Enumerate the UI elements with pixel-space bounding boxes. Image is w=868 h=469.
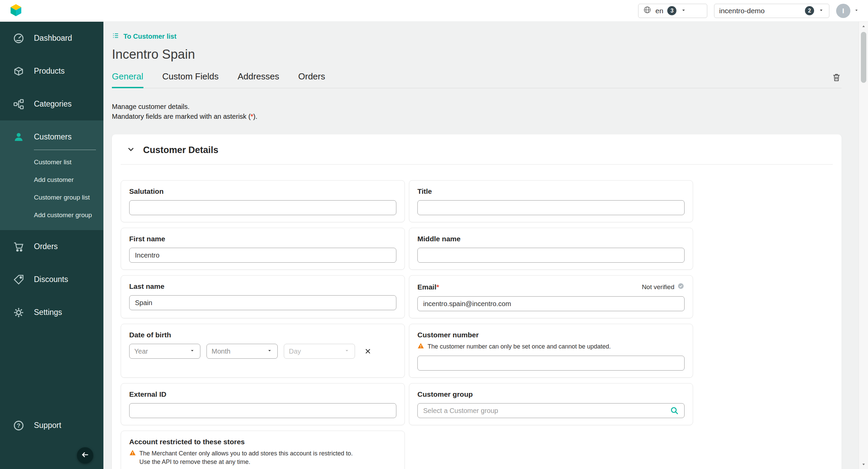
user-menu[interactable]: I [836,4,859,18]
tab-general[interactable]: General [112,71,143,88]
sidebar-subitem-add-customer[interactable]: Add customer [0,171,103,189]
sidebar-spacer [0,329,103,409]
tab-addresses[interactable]: Addresses [238,71,279,88]
date-of-birth-card: Date of birth Year Month [121,324,405,378]
field-label: Customer number [417,331,685,339]
project-selector[interactable]: incentro-demo 2 [714,4,829,18]
sidebar-item-products[interactable]: Products [0,55,103,88]
dashboard-icon [13,33,24,44]
verified-badge-icon [677,282,685,292]
customer-group-input[interactable] [417,403,685,418]
grid-empty-cell [409,431,693,469]
tabs: General Custom Fields Addresses Orders [112,71,842,88]
sidebar-subitem-label: Add customer group [34,211,92,219]
restricted-stores-card: Account restricted to these stores The M… [121,431,405,469]
dob-month-select[interactable]: Month [206,344,278,359]
customer-group-card: Customer group [409,383,693,425]
tab-custom-fields[interactable]: Custom Fields [162,71,219,88]
chevron-down-icon [818,7,824,15]
sidebar-item-settings[interactable]: Settings [0,296,103,329]
arrow-left-icon [81,450,90,461]
customer-details-header[interactable]: Customer Details [126,145,833,155]
field-label: Title [417,187,685,195]
caret-down-icon [344,348,350,355]
sidebar-item-label: Orders [34,242,58,251]
scroll-up-button[interactable] [859,22,868,31]
sidebar-item-support[interactable]: ? Support [0,409,103,442]
clear-date-button[interactable] [364,347,372,355]
sidebar-item-label: Dashboard [34,34,72,43]
sidebar-item-customers[interactable]: Customers [0,120,103,153]
tab-orders[interactable]: Orders [298,71,325,88]
language-count-badge: 3 [667,6,676,15]
sidebar: Dashboard Products Categories C [0,22,103,469]
salutation-input[interactable] [129,200,396,215]
sidebar-item-dashboard[interactable]: Dashboard [0,22,103,55]
commercetools-logo-icon [9,3,23,19]
sidebar-subitem-add-customer-group[interactable]: Add customer group [0,206,103,224]
email-input[interactable] [417,296,685,311]
svg-text:?: ? [17,423,20,429]
middle-name-card: Middle name [409,228,693,270]
sidebar-item-orders[interactable]: Orders [0,230,103,263]
first-name-input[interactable] [129,248,396,263]
breadcrumb-label: To Customer list [123,33,176,40]
support-icon: ? [13,420,24,431]
external-id-input[interactable] [129,403,396,418]
sidebar-subitem-customer-list[interactable]: Customer list [0,153,103,171]
search-icon[interactable] [670,406,679,417]
sidebar-item-label: Support [34,421,61,430]
sidebar-group-customers: Customers Customer list Add customer Cus… [0,120,103,230]
trash-icon [831,78,842,83]
topbar-controls: en 3 incentro-demo 2 I [638,4,859,18]
list-icon [112,32,119,41]
select-placeholder: Day [289,348,301,355]
select-placeholder: Year [134,348,148,355]
page-description: Manage customer details. Mandatory field… [112,102,842,121]
scroll-down-button[interactable] [859,459,868,469]
caret-down-icon [267,348,273,355]
sidebar-item-categories[interactable]: Categories [0,88,103,120]
caret-down-icon [189,348,195,355]
customer-number-card: Customer number The customer number can … [409,324,693,378]
divider [121,164,833,165]
sidebar-subitem-label: Customer list [34,158,72,166]
sidebar-subitem-label: Add customer [34,176,74,184]
email-card: Email* Not verified [409,275,693,318]
title-input[interactable] [417,200,685,215]
collapse-sidebar-button[interactable] [77,447,93,464]
field-label: Date of birth [129,331,396,339]
warning-icon [417,342,424,351]
last-name-input[interactable] [129,295,396,310]
email-verification-status: Not verified [642,282,685,292]
sidebar-subitem-customer-group-list[interactable]: Customer group list [0,189,103,206]
breadcrumb[interactable]: To Customer list [112,32,176,41]
scrollbar-thumb[interactable] [861,32,866,83]
language-selector[interactable]: en 3 [638,4,707,18]
categories-icon [13,98,24,110]
sidebar-item-label: Customers [34,132,72,142]
description-line-2: Mandatory fields are marked with an aste… [112,112,842,121]
delete-customer-button[interactable] [831,72,842,88]
customers-icon [13,131,24,143]
globe-icon [643,6,651,16]
field-label: Salutation [129,187,396,195]
dob-year-select[interactable]: Year [129,344,200,359]
middle-name-input[interactable] [417,248,685,263]
sidebar-item-discounts[interactable]: Discounts [0,263,103,296]
sidebar-item-label: Settings [34,308,62,317]
sidebar-subitem-label: Customer group list [34,194,90,201]
stores-warning: The Merchant Center only allows you to a… [129,449,396,466]
sidebar-item-label: Discounts [34,275,68,284]
field-label: Account restricted to these stores [129,438,396,446]
avatar[interactable]: I [836,4,850,18]
field-label: External ID [129,390,396,398]
field-label: Last name [129,282,396,290]
discounts-icon [13,274,24,285]
field-label: Middle name [417,235,685,243]
warning-icon [129,449,136,458]
chevron-down-icon [126,145,136,155]
customer-number-input[interactable] [417,356,685,371]
language-label: en [655,7,663,15]
project-label: incentro-demo [719,7,765,15]
